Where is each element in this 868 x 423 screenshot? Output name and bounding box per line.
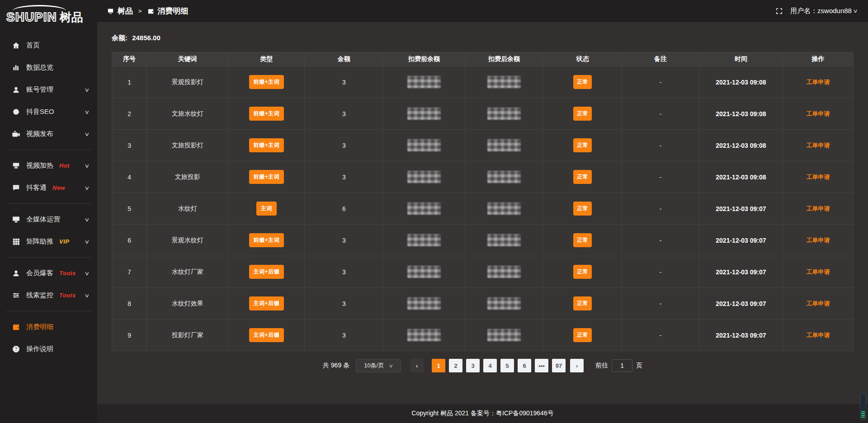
chevron-down-icon: ∨ [84, 216, 90, 223]
amount-cell: 3 [305, 130, 383, 161]
time-cell: 2021-12-03 09:08 [699, 130, 783, 161]
work-order-link[interactable]: 工单申请 [807, 300, 830, 307]
chevron-down-icon: ∨ [84, 87, 90, 93]
type-badge: 前缀+主词 [249, 170, 284, 184]
page-button-6[interactable]: 6 [518, 359, 531, 372]
sidebar-item-label: 会员爆客 [26, 269, 53, 277]
grid-icon [12, 238, 20, 246]
page-button-3[interactable]: 3 [466, 359, 480, 372]
consume-table: 序号关键词类型金额扣费前余额扣费后余额状态备注时间操作 1景观投影灯前缀+主词3… [112, 52, 854, 351]
sidebar-item-tag: Tools [59, 270, 76, 277]
status-badge: 正常 [573, 107, 592, 121]
work-order-link[interactable]: 工单申请 [807, 110, 830, 117]
sidebar-item-label: 消费明细 [26, 323, 53, 331]
sidebar-item-all-media[interactable]: 全媒体运营∨ [0, 208, 97, 230]
work-order-link[interactable]: 工单申请 [807, 79, 830, 85]
prev-page-button[interactable]: ‹ [410, 359, 424, 372]
work-order-link[interactable]: 工单申请 [807, 237, 830, 244]
sidebar-item-member-baoke[interactable]: 会员爆客Tools∨ [0, 262, 97, 284]
status-badge: 正常 [573, 138, 592, 152]
chevron-down-icon: ∨ [84, 270, 90, 277]
page-button-2[interactable]: 2 [449, 359, 462, 372]
fullscreen-icon[interactable] [775, 7, 783, 15]
footer: Copyright 树品 2021 备案号：粤ICP备09019646号 [97, 404, 868, 423]
sidebar-item-douketong[interactable]: 抖客通New∨ [0, 177, 97, 199]
sidebar-item-tag: VIP [59, 238, 69, 245]
blurred-balance-value [407, 266, 441, 278]
table-row: 1景观投影灯前缀+主词3正常-2021-12-03 09:08工单申请 [112, 66, 854, 98]
status-cell: 正常 [543, 161, 622, 193]
status-cell: 正常 [543, 288, 622, 320]
time-cell: 2021-12-03 09:07 [699, 225, 783, 256]
sidebar-divider [6, 150, 91, 150]
blurred-balance-value [407, 234, 441, 246]
page-button-5[interactable]: 5 [500, 359, 514, 372]
sidebar-item-clue-monitor[interactable]: 线索监控Tools∨ [0, 284, 97, 306]
balance-after-cell [465, 130, 543, 161]
work-order-link[interactable]: 工单申请 [807, 332, 830, 338]
type-badge: 主词+后缀 [249, 328, 284, 342]
user-menu[interactable]: 用户名：zswodun88 ∨ [790, 7, 857, 15]
monitor-icon [12, 216, 20, 224]
status-badge: 正常 [573, 75, 592, 89]
page-size-select[interactable]: 10条/页 ∨ [356, 359, 401, 372]
gear-icon [12, 108, 20, 116]
balance-after-cell [465, 256, 543, 288]
sidebar-item-label: 全媒体运营 [26, 215, 60, 224]
seq-cell: 3 [112, 130, 147, 161]
keyword-cell: 投影灯厂家 [147, 320, 228, 351]
sidebar-item-home[interactable]: 首页 [0, 34, 97, 56]
type-cell: 主词+后缀 [228, 256, 305, 288]
sidebar-item-label: 首页 [26, 41, 40, 50]
blurred-balance-value [407, 76, 441, 88]
column-header: 时间 [699, 52, 783, 66]
type-cell: 主词+后缀 [228, 288, 305, 320]
status-cell: 正常 [543, 256, 622, 288]
type-cell: 主词+后缀 [228, 320, 305, 351]
seq-cell: 7 [112, 256, 147, 288]
blurred-balance-value [487, 202, 521, 215]
keyword-cell: 景观投影灯 [147, 66, 228, 98]
sidebar-item-label: 视频加热 [26, 161, 53, 170]
work-order-link[interactable]: 工单申请 [807, 142, 830, 149]
chevron-down-icon: ∨ [84, 109, 90, 115]
seq-cell: 5 [112, 193, 147, 225]
next-page-button[interactable]: › [570, 359, 584, 372]
goto-page-input[interactable] [612, 359, 632, 372]
floating-service-widget[interactable] [860, 394, 866, 420]
amount-cell: 3 [305, 225, 383, 256]
sidebar-item-account-manage[interactable]: 账号管理∨ [0, 79, 97, 101]
sidebar-item-video-heat[interactable]: 视频加热Hot∨ [0, 155, 97, 177]
action-cell: 工单申请 [783, 288, 854, 320]
remark-cell: - [622, 161, 699, 193]
username-label: 用户名：zswodun88 [790, 7, 852, 15]
amount-cell: 3 [305, 66, 383, 98]
type-cell: 前缀+主词 [228, 66, 305, 98]
page-size-value: 10条/页 [364, 362, 384, 370]
main-area: 树品 > 消费明细 用户名：zswodun88 ∨ 余额: 24856.00 序… [97, 0, 868, 423]
sidebar-divider [6, 203, 91, 204]
table-row: 4文旅投影前缀+主词3正常-2021-12-03 09:08工单申请 [112, 161, 854, 193]
sidebar-item-matrix-boost[interactable]: 矩阵助推VIP∨ [0, 230, 97, 253]
work-order-link[interactable]: 工单申请 [807, 205, 830, 212]
work-order-link[interactable]: 工单申请 [807, 174, 830, 180]
keyword-cell: 水纹灯 [147, 193, 228, 225]
goto-label: 前往 [595, 362, 608, 370]
chevron-down-icon: ∨ [853, 8, 858, 14]
sidebar-item-tag: New [52, 184, 65, 191]
page-button-97[interactable]: 97 [552, 359, 566, 372]
sidebar-item-video-publish[interactable]: 视频发布∨ [0, 123, 97, 145]
column-header: 状态 [543, 52, 622, 66]
page-button-1[interactable]: 1 [432, 359, 445, 372]
work-order-link[interactable]: 工单申请 [807, 268, 830, 275]
blurred-balance-value [407, 297, 441, 310]
sidebar-item-douyin-seo[interactable]: 抖音SEO∨ [0, 101, 97, 123]
balance-before-cell [383, 320, 465, 351]
breadcrumb-root[interactable]: 树品 [118, 6, 133, 16]
status-badge: 正常 [573, 202, 592, 216]
sidebar-item-data-overview[interactable]: 数据总览 [0, 56, 97, 79]
sidebar-item-consume-detail[interactable]: 消费明细 [0, 316, 97, 338]
more-pages-button[interactable]: ••• [535, 359, 548, 372]
page-button-4[interactable]: 4 [483, 359, 497, 372]
sidebar-item-operation-guide[interactable]: 操作说明 [0, 338, 97, 360]
